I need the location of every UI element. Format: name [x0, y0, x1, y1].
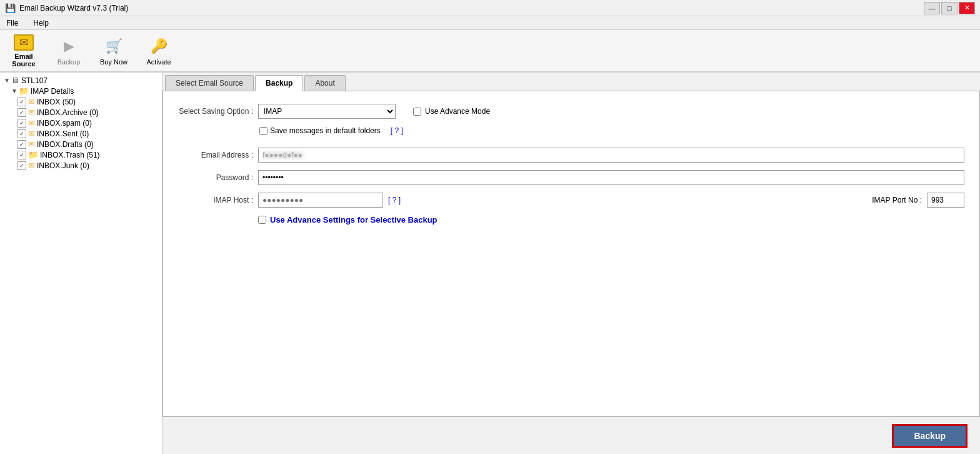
tree-label-stl107: STL107	[21, 76, 48, 85]
imap-host-row: IMAP Host : [ ? ] IMAP Port No :	[178, 193, 964, 208]
activate-label: Activate	[146, 58, 171, 66]
backup-label: Backup	[58, 58, 81, 66]
save-messages-checkbox[interactable]	[259, 127, 268, 135]
checkbox-inbox-archive[interactable]	[18, 108, 26, 117]
tab-select-email-source[interactable]: Select Email Source	[165, 75, 254, 91]
tree-node-inbox-archive[interactable]: ✉ INBOX.Archive (0)	[0, 107, 162, 118]
menu-help[interactable]: Help	[31, 18, 51, 29]
save-messages-label: Save messages in default folders	[270, 126, 381, 135]
checkbox-inbox-trash[interactable]	[18, 151, 26, 159]
toggle-stl107[interactable]: ▼	[2, 77, 11, 84]
tree-node-inbox-spam[interactable]: ✉ INBOX.spam (0)	[0, 118, 162, 128]
advance-mode-checkbox[interactable]	[413, 108, 421, 116]
mail-icon-sent: ✉	[28, 129, 35, 138]
spacer-1	[178, 143, 964, 148]
imap-host-input[interactable]	[258, 193, 383, 208]
toolbar-backup-button[interactable]: Backup	[48, 32, 90, 69]
email-source-label: Email Source	[5, 53, 42, 68]
email-address-label: Email Address :	[178, 151, 253, 159]
tree-node-stl107[interactable]: ▼ 🖥 STL107	[0, 75, 162, 86]
mail-icon-inbox: ✉	[28, 97, 35, 106]
imap-port-input[interactable]	[927, 193, 964, 208]
title-bar-left: 💾 Email Backup Wizard v7.3 (Trial)	[5, 3, 128, 13]
toolbar-activate-button[interactable]: Activate	[138, 32, 180, 69]
content-area: Select Email Source Backup About Select …	[162, 73, 980, 454]
advance-mode-label[interactable]: Use Advance Mode	[425, 107, 490, 116]
app-icon: 💾	[5, 3, 16, 13]
tree-label-imap-details: IMAP Details	[31, 87, 74, 96]
checkbox-inbox-junk[interactable]	[18, 161, 26, 170]
tab-backup[interactable]: Backup	[255, 75, 303, 91]
saving-option-row: Select Saving Option : IMAP EML MSG PST …	[178, 104, 964, 119]
minimize-button[interactable]: —	[924, 2, 940, 14]
imap-host-label: IMAP Host :	[178, 196, 253, 204]
advance-settings-label[interactable]: Use Advance Settings for Selective Backu…	[270, 215, 438, 224]
folder-icon-trash: 📁	[28, 150, 38, 159]
toolbar-buy-now-button[interactable]: Buy Now	[92, 32, 135, 69]
save-messages-row: Save messages in default folders [ ? ]	[259, 126, 964, 135]
toolbar: Email Source Backup Buy Now Activate	[0, 30, 980, 73]
email-address-row: Email Address :	[178, 148, 964, 163]
password-input[interactable]	[258, 170, 964, 185]
checkbox-inbox-spam[interactable]	[18, 119, 26, 128]
main-layout: ▼ 🖥 STL107 ▼ 📁 IMAP Details ✉ INBOX (50)…	[0, 73, 980, 454]
saving-option-select[interactable]: IMAP EML MSG PST MBOX PDF HTML	[258, 104, 396, 119]
tree-node-inbox-sent[interactable]: ✉ INBOX.Sent (0)	[0, 128, 162, 139]
password-row: Password :	[178, 170, 964, 185]
email-source-icon	[14, 34, 34, 51]
save-messages-help-link[interactable]: [ ? ]	[391, 126, 403, 135]
title-bar: 💾 Email Backup Wizard v7.3 (Trial) — □ ✕	[0, 0, 980, 16]
mail-icon-drafts: ✉	[28, 139, 35, 149]
maximize-button[interactable]: □	[941, 2, 958, 14]
checkbox-inbox-drafts[interactable]	[18, 140, 26, 149]
advance-settings-row: Use Advance Settings for Selective Backu…	[258, 215, 964, 224]
tab-about[interactable]: About	[304, 75, 345, 91]
save-messages-checkbox-label[interactable]: Save messages in default folders	[259, 126, 381, 135]
app-title: Email Backup Wizard v7.3 (Trial)	[19, 4, 128, 13]
close-button[interactable]: ✕	[959, 2, 975, 14]
tree-label-inbox-junk: INBOX.Junk (0)	[37, 161, 89, 170]
buy-icon	[104, 36, 124, 56]
tab-backup-label: Backup	[266, 79, 292, 88]
imap-port-container: IMAP Port No :	[406, 193, 964, 208]
title-bar-controls: — □ ✕	[924, 2, 975, 14]
folder-icon-imap: 📁	[19, 86, 29, 96]
advance-settings-checkbox[interactable]	[258, 216, 266, 224]
tab-content: Select Saving Option : IMAP EML MSG PST …	[162, 91, 980, 416]
password-label: Password :	[178, 173, 253, 182]
checkbox-inbox[interactable]	[18, 98, 26, 106]
mail-icon-junk: ✉	[28, 161, 35, 170]
bottom-bar: Backup	[162, 416, 980, 454]
checkbox-inbox-sent[interactable]	[18, 129, 26, 138]
tree-label-inbox-archive: INBOX.Archive (0)	[37, 108, 99, 117]
tree-node-inbox-junk[interactable]: ✉ INBOX.Junk (0)	[0, 160, 162, 171]
sidebar: ▼ 🖥 STL107 ▼ 📁 IMAP Details ✉ INBOX (50)…	[0, 73, 162, 454]
tab-about-label: About	[315, 79, 334, 88]
tree-label-inbox-drafts: INBOX.Drafts (0)	[37, 140, 94, 149]
menu-bar: File Help	[0, 16, 980, 30]
toggle-imap-details[interactable]: ▼	[10, 88, 19, 94]
email-address-input[interactable]	[258, 148, 964, 163]
backup-icon	[59, 36, 79, 56]
imap-host-help-link[interactable]: [ ? ]	[388, 196, 401, 204]
folder-icon-stl107: 🖥	[11, 76, 19, 85]
imap-port-label: IMAP Port No :	[872, 196, 922, 204]
mail-icon-archive: ✉	[28, 108, 35, 117]
tree-node-inbox[interactable]: ✉ INBOX (50)	[0, 96, 162, 107]
activate-icon	[149, 36, 169, 56]
tab-select-email-source-label: Select Email Source	[176, 79, 243, 88]
tree-label-inbox-sent: INBOX.Sent (0)	[37, 129, 89, 138]
tree-node-imap-details[interactable]: ▼ 📁 IMAP Details	[0, 86, 162, 96]
tree-label-inbox-spam: INBOX.spam (0)	[37, 119, 92, 128]
tree-node-inbox-drafts[interactable]: ✉ INBOX.Drafts (0)	[0, 139, 162, 149]
buy-label: Buy Now	[100, 58, 128, 66]
saving-option-label: Select Saving Option :	[178, 107, 253, 116]
backup-button[interactable]: Backup	[892, 424, 968, 448]
tree-label-inbox: INBOX (50)	[37, 98, 76, 106]
mail-icon-spam: ✉	[28, 118, 35, 128]
menu-file[interactable]: File	[4, 18, 21, 29]
tab-bar: Select Email Source Backup About	[162, 73, 980, 91]
advance-mode-container: Use Advance Mode	[413, 107, 490, 116]
toolbar-email-source-button[interactable]: Email Source	[2, 32, 45, 69]
tree-node-inbox-trash[interactable]: 📁 INBOX.Trash (51)	[0, 149, 162, 160]
